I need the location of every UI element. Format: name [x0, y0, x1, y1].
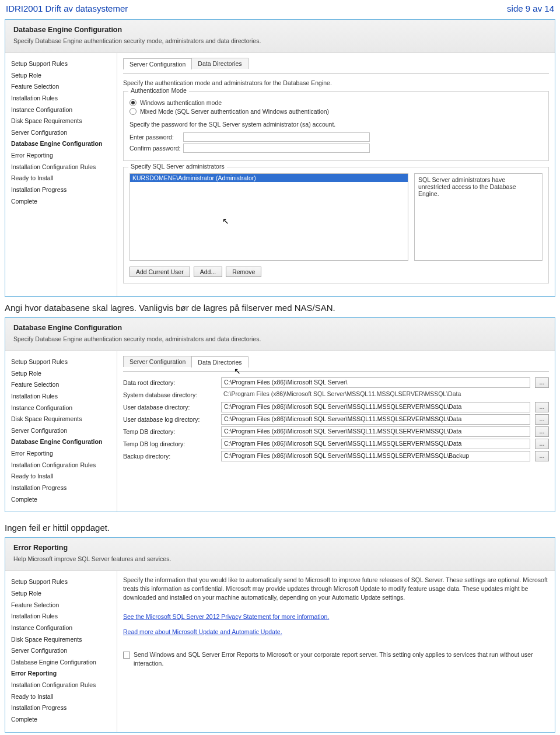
input-user-db[interactable]: C:\Program Files (x86)\Microsoft SQL Ser…	[221, 402, 530, 412]
radio-icon	[130, 99, 136, 106]
nav-item[interactable]: Setup Support Rules	[11, 577, 113, 589]
nav-item[interactable]: Disk Space Requirements	[11, 116, 113, 128]
browse-button[interactable]: ...	[535, 426, 549, 437]
wizard-nav: Setup Support Rules Setup Role Feature S…	[5, 53, 117, 296]
group-auth-mode: Authentication Mode Windows authenticati…	[123, 91, 549, 161]
panel-header: Database Engine Configuration Specify Da…	[5, 318, 555, 351]
wizard-nav: Setup Support Rules Setup Role Feature S…	[5, 351, 117, 512]
page-number: side 9 av 14	[507, 4, 554, 13]
nav-item[interactable]: Installation Configuration Rules	[11, 460, 113, 472]
nav-item[interactable]: Ready to Install	[11, 173, 113, 185]
admin-note: SQL Server administrators have unrestric…	[414, 173, 542, 261]
page-header: IDRI2001 Drift av datasystemer side 9 av…	[0, 0, 560, 19]
link-ms-update[interactable]: Read more about Microsoft Update and Aut…	[123, 628, 282, 635]
panel-db-engine-serverconfig: Database Engine Configuration Specify Da…	[5, 19, 555, 297]
panel-subtitle: Help Microsoft improve SQL Server featur…	[13, 555, 547, 562]
nav-item[interactable]: Feature Selection	[11, 380, 113, 391]
radio-mixed-mode[interactable]: Mixed Mode (SQL Server authentication an…	[130, 108, 542, 115]
nav-item[interactable]: Setup Support Rules	[11, 357, 113, 369]
btn-add-current-user[interactable]: Add Current User	[130, 267, 190, 277]
label-data-root: Data root directory:	[123, 379, 216, 386]
nav-item[interactable]: Feature Selection	[11, 600, 113, 612]
admin-listbox[interactable]: KURSDOMENE\Administrator (Administrator)	[130, 173, 408, 261]
nav-item[interactable]: Installation Progress	[11, 703, 113, 715]
nav-item[interactable]: Installation Configuration Rules	[11, 162, 113, 174]
nav-item[interactable]: Complete	[11, 197, 113, 208]
panel-db-engine-datadirs: Database Engine Configuration Specify Da…	[5, 317, 555, 512]
nav-item[interactable]: Complete	[11, 715, 113, 726]
nav-item[interactable]: Server Configuration	[11, 426, 113, 438]
input-enter-password[interactable]	[183, 132, 370, 142]
nav-item-active[interactable]: Database Engine Configuration	[11, 437, 113, 449]
nav-item[interactable]: Installation Rules	[11, 611, 113, 623]
tab-data-directories[interactable]: Data Directories	[191, 356, 248, 368]
nav-item[interactable]: Installation Progress	[11, 185, 113, 197]
input-data-root[interactable]: C:\Program Files (x86)\Microsoft SQL Ser…	[221, 377, 530, 388]
nav-item-active[interactable]: Error Reporting	[11, 668, 113, 680]
btn-add[interactable]: Add...	[194, 267, 222, 277]
tab-server-configuration[interactable]: Server Configuration	[123, 356, 192, 367]
nav-item[interactable]: Setup Support Rules	[11, 59, 113, 71]
sa-password-note: Specify the password for the SQL Server …	[130, 121, 542, 128]
tab-data-directories[interactable]: Data Directories	[191, 58, 248, 69]
nav-item[interactable]: Setup Role	[11, 71, 113, 82]
label-user-db: User database directory:	[123, 404, 216, 411]
input-backup[interactable]: C:\Program Files (x86)\Microsoft SQL Ser…	[221, 451, 530, 461]
browse-button[interactable]: ...	[535, 451, 549, 461]
panel-title: Database Engine Configuration	[13, 26, 547, 34]
btn-remove[interactable]: Remove	[226, 267, 261, 277]
nav-item[interactable]: Ready to Install	[11, 471, 113, 483]
label-backup: Backup directory:	[123, 453, 216, 460]
nav-item[interactable]: Instance Configuration	[11, 623, 113, 635]
nav-item[interactable]: Error Reporting	[11, 150, 113, 162]
panel-header: Error Reporting Help Microsoft improve S…	[5, 538, 555, 571]
input-user-db-log[interactable]: C:\Program Files (x86)\Microsoft SQL Ser…	[221, 414, 530, 425]
label-system-db: System database directory:	[123, 391, 216, 398]
nav-item[interactable]: Installation Rules	[11, 93, 113, 105]
browse-button[interactable]: ...	[535, 377, 549, 388]
nav-item[interactable]: Complete	[11, 495, 113, 506]
nav-item[interactable]: Instance Configuration	[11, 403, 113, 415]
nav-item[interactable]: Disk Space Requirements	[11, 635, 113, 646]
nav-item[interactable]: Setup Role	[11, 589, 113, 600]
tab-server-configuration[interactable]: Server Configuration	[123, 58, 192, 69]
browse-button[interactable]: ...	[535, 402, 549, 412]
nav-item-active[interactable]: Database Engine Configuration	[11, 139, 113, 150]
nav-item[interactable]: Installation Progress	[11, 483, 113, 495]
label-enter-password: Enter password:	[130, 134, 183, 141]
browse-button[interactable]: ...	[535, 439, 549, 449]
doc-title: IDRI2001 Drift av datasystemer	[6, 4, 128, 13]
nav-item[interactable]: Database Engine Configuration	[11, 657, 113, 669]
checkbox-send-reports[interactable]	[123, 652, 130, 659]
intro-text: Specify the authentication mode and admi…	[123, 79, 549, 86]
nav-item[interactable]: Ready to Install	[11, 692, 113, 704]
caption-1: Angi hvor databasene skal lagres. Vanlig…	[0, 300, 560, 317]
input-confirm-password[interactable]	[183, 144, 370, 153]
nav-item[interactable]: Setup Role	[11, 369, 113, 380]
radio-windows-auth[interactable]: Windows authentication mode	[130, 99, 542, 106]
value-system-db: C:\Program Files (x86)\Microsoft SQL Ser…	[221, 390, 549, 400]
wizard-nav: Setup Support Rules Setup Role Feature S…	[5, 571, 117, 732]
admin-list-item-selected[interactable]: KURSDOMENE\Administrator (Administrator)	[130, 174, 408, 182]
panel-subtitle: Specify Database Engine authentication s…	[13, 37, 547, 44]
input-tempdb-log[interactable]: C:\Program Files (x86)\Microsoft SQL Ser…	[221, 439, 530, 449]
error-reporting-paragraph: Specify the information that you would l…	[123, 576, 549, 601]
group-legend: Authentication Mode	[128, 87, 189, 94]
nav-item[interactable]: Server Configuration	[11, 646, 113, 657]
group-admins: Specify SQL Server administrators KURSDO…	[123, 167, 549, 284]
panel-subtitle: Specify Database Engine authentication s…	[13, 335, 547, 342]
nav-item[interactable]: Installation Configuration Rules	[11, 680, 113, 692]
input-tempdb[interactable]: C:\Program Files (x86)\Microsoft SQL Ser…	[221, 426, 530, 437]
nav-item[interactable]: Instance Configuration	[11, 105, 113, 117]
panel-title: Error Reporting	[13, 544, 547, 552]
tabs: Server Configuration Data Directories	[123, 356, 549, 367]
nav-item[interactable]: Error Reporting	[11, 449, 113, 460]
nav-item[interactable]: Installation Rules	[11, 391, 113, 403]
nav-item[interactable]: Disk Space Requirements	[11, 414, 113, 426]
nav-item[interactable]: Feature Selection	[11, 82, 113, 93]
checkbox-label: Send Windows and SQL Server Error Report…	[134, 650, 549, 667]
link-privacy-statement[interactable]: See the Microsoft SQL Server 2012 Privac…	[123, 613, 329, 620]
browse-button[interactable]: ...	[535, 414, 549, 425]
nav-item[interactable]: Server Configuration	[11, 128, 113, 139]
radio-icon	[130, 108, 136, 115]
